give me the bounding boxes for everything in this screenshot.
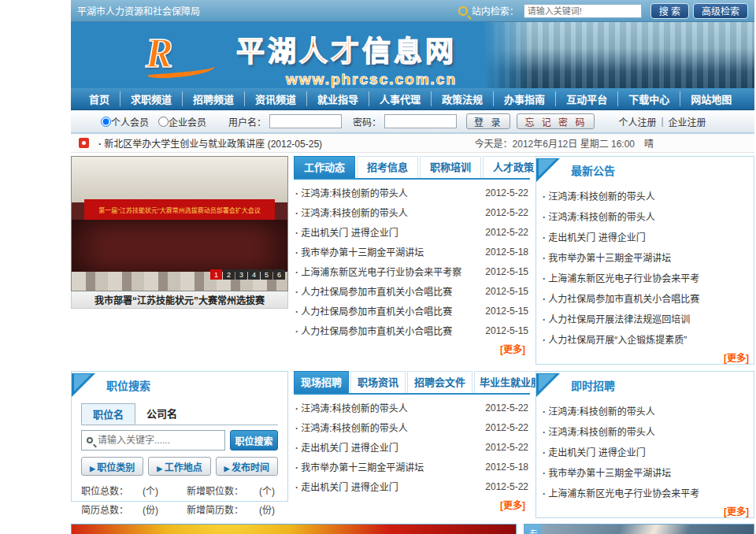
tab-title-training[interactable]: 职称培训 <box>420 156 481 178</box>
slide-page-button[interactable]: 5 <box>261 269 272 280</box>
news-item-link[interactable]: 汪鸿涛:科技创新的带头人 <box>295 206 479 219</box>
news-item-date: 2012-5-22 <box>485 402 528 413</box>
latest-notice-title: 最新公告 <box>571 162 615 178</box>
tab-position-name[interactable]: 职位名 <box>81 403 135 425</box>
celebration-banner[interactable]: 热烈祝贺人才信息网开通 <box>71 524 517 534</box>
nav-interactive[interactable]: 互动平台 <box>555 91 617 106</box>
news-item: 走出机关门 进得企业门2012-5-22 <box>295 437 528 457</box>
job-stats: 职位总数： (个) 新增职位数： (个) 简历总数： (份) 新增简历数： (份… <box>81 484 278 516</box>
username-field[interactable] <box>269 114 342 128</box>
notice-item-link[interactable]: 我市举办第十三期金平湖讲坛 <box>543 250 747 264</box>
slide-page-button[interactable]: 4 <box>248 269 260 280</box>
recruit-more-link[interactable]: [更多] <box>294 496 530 511</box>
slide-page-button[interactable]: 3 <box>235 269 247 280</box>
notice-item-link[interactable]: 汪鸿涛:科技创新的带头人 <box>543 425 747 438</box>
instant-recruit-more-link[interactable]: [更多] <box>536 502 754 517</box>
tab-workplace-info[interactable]: 职场资讯 <box>350 371 406 393</box>
tab-onsite-recruit[interactable]: 现场招聘 <box>294 371 349 393</box>
notice-item-link[interactable]: 我市举办第十三期金平湖讲坛 <box>543 465 747 479</box>
ticker-news-link[interactable]: 新北区举办大学生创业与就业政策讲座 (2012-05-25) <box>98 136 475 150</box>
company-register-link[interactable]: 企业注册 <box>669 115 706 128</box>
nav-download[interactable]: 下载中心 <box>617 91 680 106</box>
tab-exam-info[interactable]: 招考信息 <box>357 156 418 178</box>
news-item-date: 2012-5-22 <box>485 207 528 218</box>
stat-unit: (个) <box>259 484 278 497</box>
company-member-radio[interactable] <box>158 117 169 127</box>
personal-member-radio[interactable] <box>101 117 111 127</box>
personal-register-link[interactable]: 个人注册 <box>618 115 656 128</box>
site-search-input[interactable] <box>524 4 642 18</box>
nav-info[interactable]: 资讯频道 <box>244 91 306 106</box>
notice-item-link[interactable]: 汪鸿涛:科技创新的带头人 <box>543 404 747 417</box>
job-filters: 职位类别 工作地点 发布时间 <box>81 457 278 476</box>
slideshow-caption[interactable]: 我市部署“江苏技能状元”大赛常州选拔赛 <box>71 291 288 309</box>
notice-item-link[interactable]: 人力社保局开展“入企锻炼提素质” <box>543 332 747 346</box>
latest-notice-more-link[interactable]: [更多] <box>536 349 754 364</box>
nav-home[interactable]: 首页 <box>79 91 120 106</box>
notice-item-link[interactable]: 走出机关门 进得企业门 <box>543 230 747 243</box>
job-search-button[interactable]: 职位搜索 <box>230 430 278 451</box>
keyword-input[interactable] <box>98 435 220 446</box>
nav-recruit[interactable]: 招聘频道 <box>182 91 244 106</box>
notice-item: 人力社保局开展“入企锻炼提素质” <box>543 328 747 349</box>
news-item-link[interactable]: 我市举办第十三期金平湖讲坛 <box>295 245 479 258</box>
nav-sitemap[interactable]: 网站地图 <box>680 91 742 106</box>
filter-category-button[interactable]: 职位类别 <box>81 457 143 476</box>
login-button[interactable]: 登 录 <box>466 113 510 129</box>
notice-item-link[interactable]: 汪鸿涛:科技创新的带头人 <box>543 210 747 223</box>
site-title: 平湖人才信息网 <box>236 28 457 69</box>
notice-item-link[interactable]: 人力社保局参加市直机关小合唱比赛 <box>543 291 747 305</box>
notice-item-link[interactable]: 上海浦东新区光电子行业协会来平考 <box>543 486 747 499</box>
advanced-search-button[interactable]: 高级检索 <box>693 3 748 19</box>
notice-item: 走出机关门 进得企业门 <box>543 226 747 247</box>
tab-work-news[interactable]: 工作动态 <box>294 156 355 178</box>
filter-date-button[interactable]: 发布时间 <box>216 457 278 476</box>
photo-slideshow: 第一届“江苏技能状元”大赛常州选拔赛动员部署会扩大会议 1 2 3 4 5 6 … <box>71 156 288 365</box>
news-item-link[interactable]: 汪鸿涛:科技创新的带头人 <box>295 401 479 414</box>
job-search-tabs: 职位名 公司名 <box>81 403 278 425</box>
site-url: www.phrcsc.com.cn <box>236 71 457 88</box>
nav-policy[interactable]: 政策法规 <box>431 91 493 106</box>
news-item-link[interactable]: 汪鸿涛:科技创新的带头人 <box>295 186 479 199</box>
notice-item: 我市举办第十三期金平湖讲坛 <box>543 462 747 482</box>
work-news-more-link[interactable]: [更多] <box>294 340 530 355</box>
news-item: 汪鸿涛:科技创新的带头人2012-5-22 <box>295 398 528 417</box>
photo-banner-text: 第一届“江苏技能状元”大赛常州选拔赛动员部署会扩大会议 <box>84 199 274 220</box>
filter-location-button[interactable]: 工作地点 <box>148 457 210 476</box>
news-ticker: 新北区举办大学生创业与就业政策讲座 (2012-05-25) 今天是：2012年… <box>71 134 754 153</box>
instant-recruit-list: 汪鸿涛:科技创新的带头人 汪鸿涛:科技创新的带头人 走出机关门 进得企业门 我市… <box>536 399 754 502</box>
today-date: 今天是：2012年6月12日 星期二 16:00 晴 <box>475 136 748 150</box>
news-item-link[interactable]: 人力社保局参加市直机关小合唱比赛 <box>295 304 479 317</box>
search-button[interactable]: 搜 索 <box>650 3 689 19</box>
nav-guidance[interactable]: 就业指导 <box>306 91 369 106</box>
slide-page-button[interactable]: 1 <box>210 269 222 280</box>
news-item: 人力社保局参加市直机关小合唱比赛2012-5-15 <box>295 321 528 340</box>
news-item-link[interactable]: 汪鸿涛:科技创新的带头人 <box>295 421 479 434</box>
notice-item-link[interactable]: 汪鸿涛:科技创新的带头人 <box>543 189 747 202</box>
news-item-link[interactable]: 上海浦东新区光电子行业协会来平考察 <box>295 265 479 278</box>
news-item-link[interactable]: 走出机关门 进得企业门 <box>295 480 479 493</box>
notice-item-link[interactable]: 走出机关门 进得企业门 <box>543 445 747 458</box>
news-item-link[interactable]: 人力社保局参加市直机关小合唱比赛 <box>295 324 479 337</box>
notice-item-link[interactable]: 人力社保局开展法律法规巡回培训 <box>543 312 747 325</box>
tab-company-name[interactable]: 公司名 <box>135 403 188 425</box>
work-news-block: 工作动态 招考信息 职称培训 人才政策 汪鸿涛:科技创新的带头人2012-5-2… <box>294 156 530 365</box>
forgot-password-button[interactable]: 忘 记 密 码 <box>517 113 595 129</box>
slide-page-button[interactable]: 6 <box>273 269 285 280</box>
news-item-link[interactable]: 走出机关门 进得企业门 <box>295 225 479 239</box>
instant-recruit-header: 即时招聘 <box>536 372 754 399</box>
news-item-link[interactable]: 我市举办第十三期金平湖讲坛 <box>295 460 479 473</box>
news-item-link[interactable]: 走出机关门 进得企业门 <box>295 440 479 454</box>
slide-page-button[interactable]: 2 <box>223 269 235 280</box>
nav-jobseeker[interactable]: 求职频道 <box>120 91 182 106</box>
special-column-banner[interactable]: 专题专栏 精英引领 1 2 3 4 5 <box>524 524 754 534</box>
news-item-date: 2012-5-22 <box>485 227 528 238</box>
photo-wall <box>72 220 287 275</box>
nav-services-guide[interactable]: 办事指南 <box>493 91 555 106</box>
news-item-link[interactable]: 人力社保局参加市直机关小合唱比赛 <box>295 284 479 298</box>
nav-hr-agency[interactable]: 人事代理 <box>369 91 431 106</box>
slideshow-image[interactable]: 第一届“江苏技能状元”大赛常州选拔赛动员部署会扩大会议 1 2 3 4 5 6 <box>71 156 288 291</box>
password-field[interactable] <box>384 114 457 128</box>
tab-jobfair-docs[interactable]: 招聘会文件 <box>407 371 472 393</box>
notice-item-link[interactable]: 上海浦东新区光电子行业协会来平考 <box>543 271 747 284</box>
